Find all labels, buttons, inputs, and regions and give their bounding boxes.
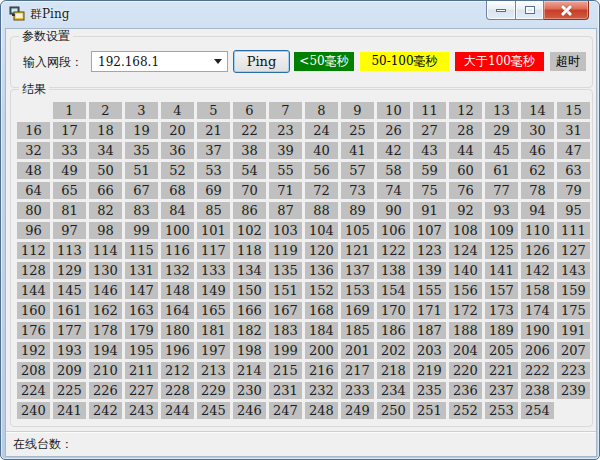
host-cell: 144 bbox=[17, 282, 50, 299]
results-groupbox: 结果 1234567891011121314151617181920212223… bbox=[10, 89, 593, 427]
host-cell: 146 bbox=[89, 282, 122, 299]
host-cell: 189 bbox=[485, 322, 518, 339]
host-cell: 67 bbox=[125, 182, 158, 199]
host-cell: 233 bbox=[341, 382, 374, 399]
host-cell: 182 bbox=[233, 322, 266, 339]
host-cell: 6 bbox=[233, 102, 266, 119]
host-cell: 138 bbox=[377, 262, 410, 279]
legend-badge: <50毫秒 bbox=[294, 52, 354, 71]
host-cell: 38 bbox=[233, 142, 266, 159]
host-cell: 252 bbox=[449, 402, 482, 419]
maximize-icon bbox=[525, 6, 535, 14]
host-cell: 224 bbox=[17, 382, 50, 399]
host-cell: 30 bbox=[521, 122, 554, 139]
host-cell: 112 bbox=[17, 242, 50, 259]
host-cell: 36 bbox=[161, 142, 194, 159]
host-cell: 98 bbox=[89, 222, 122, 239]
host-cell: 159 bbox=[557, 282, 590, 299]
host-cell: 143 bbox=[557, 262, 590, 279]
host-cell: 50 bbox=[89, 162, 122, 179]
close-icon bbox=[561, 5, 572, 16]
host-cell: 225 bbox=[53, 382, 86, 399]
host-cell: 118 bbox=[233, 242, 266, 259]
app-icon bbox=[9, 6, 25, 22]
host-cell: 25 bbox=[341, 122, 374, 139]
host-cell: 231 bbox=[269, 382, 302, 399]
close-button[interactable] bbox=[544, 1, 589, 20]
host-cell: 126 bbox=[521, 242, 554, 259]
network-segment-combobox[interactable]: 192.168.1 bbox=[91, 51, 228, 72]
host-cell: 222 bbox=[521, 362, 554, 379]
host-cell: 162 bbox=[89, 302, 122, 319]
host-cell: 196 bbox=[161, 342, 194, 359]
maximize-button[interactable] bbox=[516, 1, 544, 20]
host-cell: 120 bbox=[305, 242, 338, 259]
host-cell: 197 bbox=[197, 342, 230, 359]
host-cell: 119 bbox=[269, 242, 302, 259]
host-cell: 28 bbox=[449, 122, 482, 139]
host-cell: 220 bbox=[449, 362, 482, 379]
app-window: 群Ping 参数设置 输入网段： 192.168.1 Ping <50毫秒50-… bbox=[0, 0, 600, 460]
host-cell: 167 bbox=[269, 302, 302, 319]
host-cell: 34 bbox=[89, 142, 122, 159]
host-cell: 27 bbox=[413, 122, 446, 139]
host-cell: 160 bbox=[17, 302, 50, 319]
host-cell: 100 bbox=[161, 222, 194, 239]
host-cell: 23 bbox=[269, 122, 302, 139]
host-cell: 213 bbox=[197, 362, 230, 379]
host-cell: 216 bbox=[305, 362, 338, 379]
host-cell: 135 bbox=[269, 262, 302, 279]
settings-group-label: 参数设置 bbox=[19, 29, 73, 44]
host-cell: 199 bbox=[269, 342, 302, 359]
host-cell: 140 bbox=[449, 262, 482, 279]
host-cell: 31 bbox=[557, 122, 590, 139]
title-bar[interactable]: 群Ping bbox=[1, 1, 599, 28]
host-cell: 9 bbox=[341, 102, 374, 119]
host-cell: 228 bbox=[161, 382, 194, 399]
host-cell: 17 bbox=[53, 122, 86, 139]
ping-button[interactable]: Ping bbox=[233, 50, 290, 73]
host-cell: 87 bbox=[269, 202, 302, 219]
minimize-button[interactable] bbox=[486, 1, 516, 20]
host-cell: 102 bbox=[233, 222, 266, 239]
host-cell: 61 bbox=[485, 162, 518, 179]
host-cell: 227 bbox=[125, 382, 158, 399]
host-cell: 200 bbox=[305, 342, 338, 359]
host-cell: 184 bbox=[305, 322, 338, 339]
host-cell: 149 bbox=[197, 282, 230, 299]
host-cell: 10 bbox=[377, 102, 410, 119]
host-cell: 145 bbox=[53, 282, 86, 299]
host-cell: 11 bbox=[413, 102, 446, 119]
host-cell: 129 bbox=[53, 262, 86, 279]
host-cell: 172 bbox=[449, 302, 482, 319]
host-cell: 97 bbox=[53, 222, 86, 239]
host-cell: 243 bbox=[125, 402, 158, 419]
host-cell: 245 bbox=[197, 402, 230, 419]
host-cell: 152 bbox=[305, 282, 338, 299]
chevron-down-icon[interactable] bbox=[209, 52, 227, 71]
host-cell: 55 bbox=[269, 162, 302, 179]
host-cell: 104 bbox=[305, 222, 338, 239]
host-cell: 179 bbox=[125, 322, 158, 339]
host-cell: 209 bbox=[53, 362, 86, 379]
host-cell: 70 bbox=[233, 182, 266, 199]
host-cell: 165 bbox=[197, 302, 230, 319]
host-cell: 240 bbox=[17, 402, 50, 419]
host-cell: 194 bbox=[89, 342, 122, 359]
host-cell: 18 bbox=[89, 122, 122, 139]
host-cell: 52 bbox=[161, 162, 194, 179]
host-cell: 41 bbox=[341, 142, 374, 159]
host-cell: 64 bbox=[17, 182, 50, 199]
host-cell: 47 bbox=[557, 142, 590, 159]
host-cell: 248 bbox=[305, 402, 338, 419]
host-cell: 105 bbox=[341, 222, 374, 239]
host-cell: 183 bbox=[269, 322, 302, 339]
host-cell: 171 bbox=[413, 302, 446, 319]
host-cell: 110 bbox=[521, 222, 554, 239]
host-cell: 8 bbox=[305, 102, 338, 119]
host-cell: 77 bbox=[485, 182, 518, 199]
network-segment-value: 192.168.1 bbox=[92, 55, 209, 69]
host-cell: 253 bbox=[485, 402, 518, 419]
host-cell: 46 bbox=[521, 142, 554, 159]
host-cell: 79 bbox=[557, 182, 590, 199]
